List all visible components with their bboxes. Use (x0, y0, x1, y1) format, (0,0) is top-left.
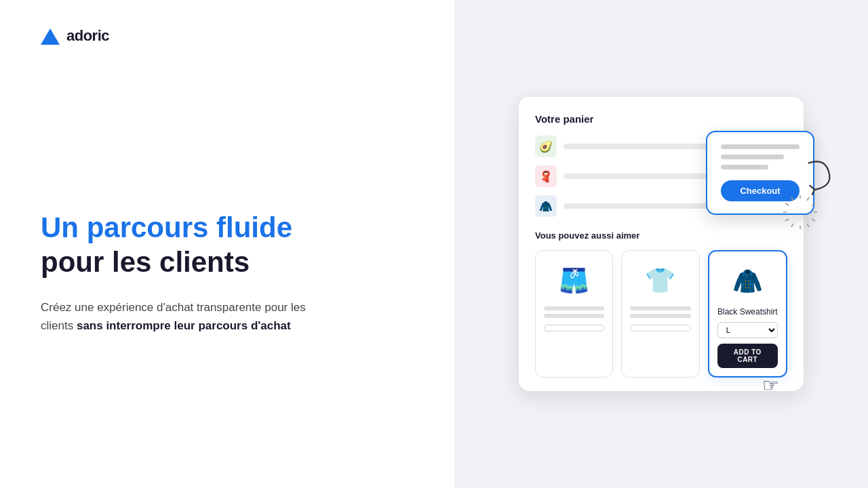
headline-line1: Un parcours fluide (41, 211, 292, 243)
checkout-lines (721, 144, 800, 169)
cart-title: Votre panier (535, 113, 787, 125)
svg-line-11 (791, 197, 793, 201)
headline-line2: pour les clients (41, 246, 250, 278)
svg-line-10 (785, 203, 789, 205)
product-lines-shirt (630, 306, 690, 318)
description: Créez une expérience d'achat transparent… (41, 298, 339, 335)
recommendations-title: Vous pouvez aussi aimer (535, 230, 787, 241)
checkout-line-3 (721, 165, 768, 169)
product-btn-shorts[interactable] (544, 325, 604, 331)
svg-line-7 (791, 224, 793, 227)
size-select-sweatshirt[interactable]: L S M XL (717, 322, 778, 338)
product-card-shorts: 🩳 (535, 250, 613, 378)
add-to-cart-button[interactable]: ADD TO CART (717, 344, 778, 368)
checkout-line-1 (721, 144, 800, 149)
product-line-2 (544, 314, 604, 318)
product-cards: 🩳 👕 🧥 Black Sweatshirt (535, 250, 787, 378)
headline: Un parcours fluide pour les clients (41, 211, 414, 279)
product-card-shirt: 👕 (621, 250, 699, 378)
logo: adoric (41, 27, 414, 45)
product-card-sweatshirt: 🧥 Black Sweatshirt L S M XL ADD TO CART … (708, 250, 787, 378)
product-img-sweatshirt: 🧥 (727, 261, 768, 302)
product-line-1 (544, 306, 604, 310)
cart-item-icon-3: 🧥 (535, 195, 557, 217)
product-btn-shirt[interactable] (630, 325, 690, 331)
cart-item-icon-1: 🥑 (535, 136, 557, 157)
cart-widget: Votre panier 🥑 🧣 🧥 Vous pouvez aussi aim… (519, 97, 804, 391)
svg-line-5 (807, 224, 809, 227)
logo-text: adoric (66, 27, 109, 45)
product-line-3 (630, 306, 690, 310)
svg-line-4 (812, 219, 815, 221)
product-img-shirt: 👕 (640, 260, 681, 301)
description-bold: sans interrompre leur parcours d'achat (77, 319, 291, 332)
arrow-decoration (800, 151, 841, 201)
svg-line-2 (812, 203, 815, 205)
adoric-logo-icon (41, 28, 60, 45)
svg-line-8 (785, 219, 789, 221)
product-line-4 (630, 314, 690, 318)
product-img-shorts: 🩳 (554, 260, 595, 301)
product-lines-shorts (544, 306, 604, 318)
checkout-line-2 (721, 155, 784, 159)
cursor-icon: ☞ (762, 374, 779, 396)
left-content: Un parcours fluide pour les clients Crée… (41, 45, 414, 461)
product-name-sweatshirt: Black Sweatshirt (717, 307, 778, 317)
left-panel: adoric Un parcours fluide pour les clien… (0, 0, 454, 488)
right-panel: Votre panier 🥑 🧣 🧥 Vous pouvez aussi aim… (454, 0, 868, 488)
cart-item-icon-2: 🧣 (535, 165, 557, 187)
